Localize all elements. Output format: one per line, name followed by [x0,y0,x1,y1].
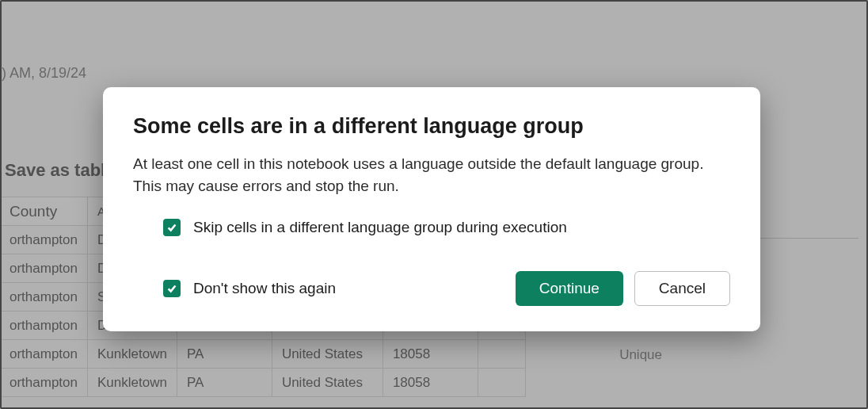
skip-cells-label: Skip cells in a different language group… [193,219,567,236]
table-row: orthamptonKunkletownPAUnited States18058 [0,340,525,369]
side-panel-unique-label: Unique [619,347,662,363]
checkbox-checked-icon[interactable] [163,280,181,297]
continue-button[interactable]: Continue [516,271,623,306]
dont-show-checkbox-row[interactable]: Don't show this again [133,280,336,297]
table-row: orthamptonKunkletownPAUnited States18058 [0,369,525,397]
column-header-county[interactable]: County [0,197,88,226]
dont-show-label: Don't show this again [193,280,336,297]
save-as-table-button[interactable]: Save as table [5,160,115,181]
timestamp-text: ) AM, 8/19/24 [0,65,86,82]
language-group-dialog: Some cells are in a different language g… [103,87,760,331]
checkbox-checked-icon[interactable] [163,219,181,236]
cancel-button[interactable]: Cancel [634,271,730,306]
dialog-title: Some cells are in a different language g… [133,114,730,139]
dialog-body-text: At least one cell in this notebook uses … [133,153,730,197]
skip-cells-checkbox-row[interactable]: Skip cells in a different language group… [133,219,730,236]
